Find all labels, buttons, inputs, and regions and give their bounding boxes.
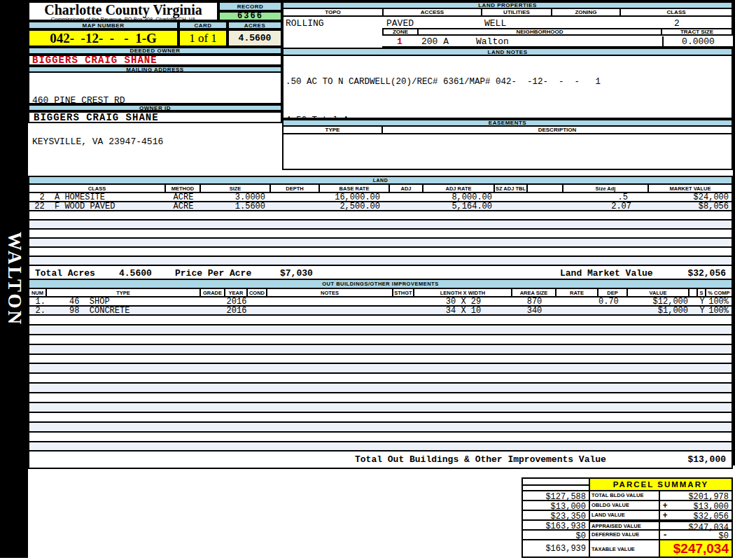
ob-empty-row [28, 442, 733, 452]
acres-value: 4.5600 [227, 29, 282, 47]
owner-id-label: OWNER ID [28, 104, 282, 111]
ob-empty-row [28, 403, 733, 413]
ob-num: 1. [29, 297, 47, 307]
land-base-rate: 2,500.00 [320, 202, 390, 211]
ob-col-area-size: AREA SIZE [512, 289, 556, 296]
ob-col-s: S [698, 289, 706, 296]
land-col-adj: ADJ [390, 185, 424, 192]
utilities-column-label: UTILITIES [482, 9, 552, 15]
price-per-acre-label: Price Per Acre [175, 268, 251, 279]
neighborhood-value: 200 A Walton [421, 36, 509, 47]
easements-header: EASEMENTS [282, 119, 733, 127]
total-acres-label: Total Acres [35, 268, 95, 279]
summary-row-appraised: $163,938 APPRAISED VALUE $247,034 [523, 521, 732, 531]
tract-size-value: 0.0000 [662, 36, 733, 48]
ob-empty-row [28, 345, 733, 355]
land-size: 3.0000 [201, 192, 271, 202]
ob-col-sthgt: STHGT [393, 289, 414, 296]
summary-operator [660, 491, 670, 500]
class-value: 2 [621, 18, 733, 29]
land-note-line-1: .50 AC TO N CARDWELL(20)/REC# 6361/MAP# … [286, 77, 732, 87]
ob-year: 2016 [225, 297, 248, 307]
prior-value: $23,350 [523, 511, 590, 519]
land-empty-row [28, 239, 733, 248]
easements-empty-area [282, 134, 733, 170]
ob-year: 2016 [225, 306, 248, 316]
land-size-adj: .5 [564, 192, 649, 202]
owner-id-value: BIGGERS CRAIG SHANE [28, 111, 282, 123]
ob-type: 98 CONCRETE [47, 306, 201, 316]
topo-value: ROLLING [286, 18, 324, 29]
ob-length-width: 30 X 29 [414, 297, 512, 307]
zone-value: 1 [382, 36, 417, 47]
ob-value: $12,000 [628, 297, 690, 307]
land-method: ACRE [166, 202, 201, 211]
county-title: Charlotte County Virginia [29, 4, 217, 16]
ob-dep: 0.70 [598, 297, 628, 307]
prior-value: $13,000 [523, 501, 590, 510]
summary-row-deferred: $0 DEFERRED VALUE - $0 [523, 531, 732, 540]
summary-row-land: $23,350 LAND VALUE + $32,056 [523, 511, 732, 521]
land-empty-row [28, 230, 733, 239]
prior-value: $163,938 [523, 521, 590, 529]
land-col-market-value: MARKET VALUE [649, 185, 732, 192]
land-size-adj: 2.07 [564, 202, 649, 211]
land-col-base-rate: BASE RATE [320, 185, 390, 192]
utilities-value: WELL [484, 18, 506, 29]
land-adj-rate: 5,164.00 [424, 202, 495, 211]
deeded-owner-value: BIGGERS CRAIG SHANE [28, 55, 282, 66]
address-line-2: KEYSVILLE, VA 23947-4516 [32, 136, 281, 147]
land-table: LAND CLASS METHOD SIZE DEPTH BASE RATE A… [28, 176, 733, 283]
topo-column-label: TOPO [284, 9, 384, 15]
ob-col-year: YEAR [225, 289, 248, 296]
land-col-adj-rate: ADJ RATE [424, 185, 495, 192]
land-col-blank [528, 185, 564, 192]
record-number: 6366 [218, 11, 282, 21]
prior-value-header-cell [523, 479, 590, 490]
land-col-sz-adj-tbl: SZ ADJ TBL [495, 185, 528, 192]
summary-value: $0 [670, 531, 732, 539]
total-acres-value: 4.5600 [119, 268, 152, 279]
ob-pct-comp: 100% [706, 306, 732, 316]
land-market-value-label: Land Market Value [560, 268, 653, 279]
mailing-address-label: MAILING ADDRESS [28, 66, 282, 73]
ob-num: 2. [29, 306, 47, 316]
land-empty-row [28, 220, 733, 230]
summary-value: $247,034 [670, 521, 732, 529]
land-base-rate: 16,000.00 [320, 192, 390, 202]
summary-label: TOTAL BLDG VALUE [590, 491, 660, 500]
property-record-card: WALTON Charlotte County Virginia Commiss… [0, 0, 735, 560]
zone-column-headers: ZONE NEIGHBORHOOD TRACT SIZE [382, 28, 733, 36]
land-col-method: METHOD [166, 185, 201, 192]
zone-values: 1 200 A Walton 0.0000 [382, 36, 733, 48]
zoning-column-label: ZONING [552, 9, 621, 15]
summary-label: TAXABLE VALUE [590, 540, 660, 556]
map-number-label: MAP NUMBER [28, 21, 178, 29]
summary-operator: - [660, 531, 670, 539]
land-notes-header: LAND NOTES [282, 48, 733, 56]
land-class: 22 F WOOD PAVED [29, 202, 166, 211]
ob-total-label: Total Out Buildings & Other Improvements… [355, 454, 606, 465]
county-title-box: Charlotte County Virginia Commissioner o… [28, 1, 218, 21]
card-label: CARD [178, 21, 227, 29]
ob-type: 46 SHOP [47, 297, 201, 307]
ob-s-flag: Y [698, 306, 706, 316]
summary-row-taxable: $163,939 TAXABLE VALUE $247,034 [523, 540, 732, 556]
deeded-owner-label: DEEDED OWNER [28, 47, 282, 55]
card-value: 1 of 1 [178, 29, 227, 47]
land-empty-row [28, 257, 733, 266]
land-section-header: LAND [28, 176, 733, 185]
outbuildings-section-header: OUT BUILDINGS/OTHER IMPROVEMENTS [28, 279, 733, 289]
land-empty-row [28, 211, 733, 220]
ob-col-blank [690, 289, 698, 296]
ob-col-num: NUM [29, 289, 47, 296]
class-column-label: CLASS [621, 9, 732, 15]
summary-value: $201,978 [670, 491, 732, 500]
ob-empty-row [28, 393, 733, 403]
summary-label: DEFERRED VALUE [590, 531, 660, 539]
district-label: WALTON [4, 232, 25, 326]
summary-operator: + [660, 501, 670, 510]
ob-empty-row [28, 316, 733, 326]
ob-col-grade: GRADE [201, 289, 225, 296]
easement-type-column-label: TYPE [284, 127, 383, 133]
